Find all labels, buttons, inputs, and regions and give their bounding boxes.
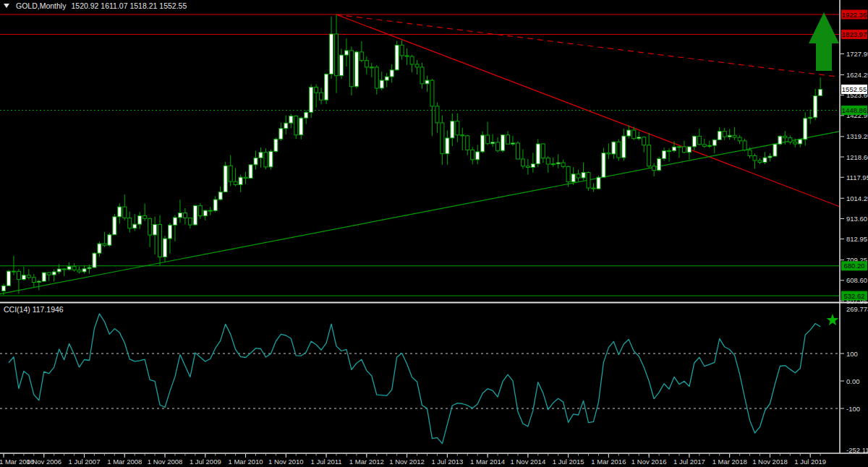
chart-background xyxy=(0,0,868,467)
candle-body xyxy=(712,140,716,145)
candle-body xyxy=(113,217,116,235)
candle-body xyxy=(783,136,787,137)
candle-body xyxy=(778,136,782,144)
candle-body xyxy=(148,218,152,235)
candle-body xyxy=(576,174,580,178)
candle-body xyxy=(773,144,777,156)
candle-body xyxy=(441,123,444,154)
candle-body xyxy=(632,130,636,139)
price-tag-label: 1552.55 xyxy=(842,85,867,93)
candle-body xyxy=(446,138,449,154)
candle-body xyxy=(435,106,439,123)
cci-indicator-label: CCI(14) 117.1946 xyxy=(4,305,64,314)
candle-body xyxy=(239,177,242,184)
time-tick-label: 1 Mar 2014 xyxy=(470,458,505,466)
candle-body xyxy=(218,192,222,200)
time-tick-label: 1 Mar 2016 xyxy=(591,458,626,466)
price-tick-label: 1319.25 xyxy=(846,132,868,140)
candle-body xyxy=(799,140,802,144)
time-tick-label: 1 Nov 2006 xyxy=(26,458,61,466)
time-tick-label: 1 Nov 2016 xyxy=(631,458,667,466)
candle-body xyxy=(410,56,414,64)
price-tag-label: 532.62 xyxy=(843,292,864,300)
candle-body xyxy=(597,177,600,189)
candle-body xyxy=(814,96,817,118)
candle-body xyxy=(32,278,35,283)
cci-tick-label: 100 xyxy=(846,350,858,358)
candle-body xyxy=(768,156,772,158)
time-tick-label: 1 Mar 2012 xyxy=(349,458,384,466)
candle-body xyxy=(57,269,61,272)
candle-body xyxy=(178,213,182,217)
candle-body xyxy=(193,205,197,225)
candle-body xyxy=(198,205,202,215)
candle-body xyxy=(138,215,142,224)
candle-body xyxy=(571,174,575,182)
candle-body xyxy=(551,164,555,165)
candle-body xyxy=(208,210,212,211)
candle-body xyxy=(269,151,273,167)
candle-body xyxy=(405,56,409,56)
candle-body xyxy=(425,80,429,84)
candle-body xyxy=(17,271,20,279)
price-tick-label: 1014.25 xyxy=(846,194,868,202)
time-tick-label: 1 Nov 2012 xyxy=(389,458,425,466)
candle-body xyxy=(692,136,696,147)
candle-body xyxy=(476,152,480,160)
candle-body xyxy=(143,215,147,218)
candle-body xyxy=(723,132,726,137)
chart-svg[interactable]: 1727.951624.251523.601422.951319.251218.… xyxy=(0,0,868,467)
candle-body xyxy=(612,142,616,154)
price-tick-label: 1624.25 xyxy=(846,71,868,79)
candle-body xyxy=(229,166,232,181)
candle-body xyxy=(305,112,308,118)
candle-body xyxy=(673,147,676,150)
candle-body xyxy=(647,145,651,166)
candle-body xyxy=(37,281,41,282)
candle-body xyxy=(2,286,6,291)
candle-body xyxy=(299,118,303,135)
candle-body xyxy=(12,271,15,272)
candle-body xyxy=(158,224,162,257)
cci-tick-label: -100 xyxy=(846,405,860,413)
candle-body xyxy=(753,156,757,160)
candle-body xyxy=(88,267,91,269)
candle-body xyxy=(658,158,661,170)
price-tick-label: 913.60 xyxy=(846,215,867,223)
time-tick-label: 1 Nov 2008 xyxy=(148,458,183,466)
time-tick-label: 1 Jul 2011 xyxy=(311,458,342,466)
price-tag-label: 1922.36 xyxy=(842,11,867,19)
cci-tick-label: 269.773 xyxy=(846,305,868,313)
candle-body xyxy=(344,51,348,55)
symbol-dropdown-triangle-icon[interactable] xyxy=(4,4,9,8)
candle-body xyxy=(707,145,711,146)
candle-body xyxy=(546,158,550,164)
candle-body xyxy=(128,218,132,228)
candle-body xyxy=(244,177,247,178)
candle-body xyxy=(339,55,343,76)
candle-body xyxy=(82,269,86,272)
candle-body xyxy=(249,165,252,179)
candle-body xyxy=(481,135,485,152)
candle-body xyxy=(163,239,167,257)
candle-body xyxy=(516,143,519,159)
candle-body xyxy=(617,142,621,158)
candle-body xyxy=(203,210,207,216)
price-tick-label: 608.60 xyxy=(846,276,867,284)
candle-body xyxy=(183,213,187,218)
candle-body xyxy=(687,147,691,153)
candle-body xyxy=(173,218,176,225)
candle-body xyxy=(652,166,656,171)
candle-body xyxy=(93,253,96,267)
candle-body xyxy=(133,224,137,228)
candle-body xyxy=(375,67,378,88)
candle-body xyxy=(461,135,464,136)
candle-body xyxy=(582,172,585,178)
candle-body xyxy=(607,153,610,154)
price-tick-label: 812.95 xyxy=(846,235,867,243)
candle-body xyxy=(234,181,237,184)
candle-body xyxy=(456,121,459,135)
candle-body xyxy=(556,163,560,164)
candle-body xyxy=(370,67,373,68)
candle-body xyxy=(103,244,106,245)
